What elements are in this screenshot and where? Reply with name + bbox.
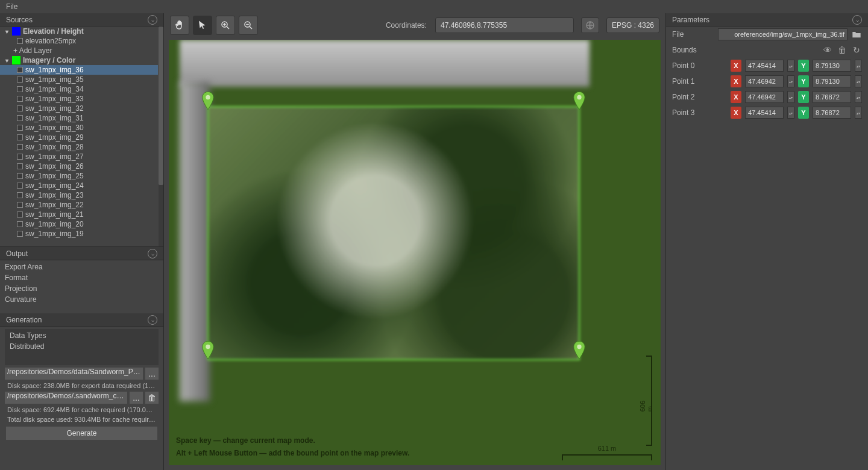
layer-group[interactable]: ▾Imagery / Color <box>0 55 158 65</box>
output-item[interactable]: Curvature <box>5 294 159 305</box>
spinner[interactable]: ▴▾ <box>787 60 794 72</box>
layer-item[interactable]: sw_1mpx_img_30 <box>0 123 158 133</box>
generation-item[interactable]: Distributed <box>10 341 154 352</box>
point-x-input[interactable] <box>745 107 784 119</box>
svg-point-6 <box>577 345 581 349</box>
epsg-button[interactable]: EPSG : 4326 <box>606 17 659 33</box>
layer-item[interactable]: sw_1mpx_img_35 <box>0 75 158 84</box>
layer-item[interactable]: sw_1mpx_img_21 <box>0 210 158 219</box>
layer-item[interactable]: sw_1mpx_img_34 <box>0 84 158 94</box>
export-disk-info: Disk space: 238.0MB for export data requ… <box>2 382 161 389</box>
layer-item[interactable]: sw_1mpx_img_25 <box>0 171 158 181</box>
bound-pin-1[interactable] <box>573 92 586 110</box>
coords-label: Coordinates: <box>386 21 427 30</box>
point-x-input[interactable] <box>745 60 784 72</box>
zoom-in-button[interactable] <box>216 16 235 35</box>
generate-button[interactable]: Generate <box>6 427 157 440</box>
layer-group[interactable]: ▾Elevation / Height <box>0 27 158 36</box>
layer-item[interactable]: sw_1mpx_img_20 <box>0 219 158 229</box>
center-panel: Coordinates: EPSG : 4326 Space key — cha… <box>164 13 665 470</box>
svg-point-5 <box>206 345 210 349</box>
params-title: Parameters <box>672 16 709 24</box>
eye-icon[interactable]: 👁 <box>822 45 833 55</box>
file-input[interactable] <box>718 28 848 40</box>
spinner[interactable]: ▴▾ <box>855 107 862 119</box>
export-browse-button[interactable]: ... <box>145 368 159 380</box>
point-y-input[interactable] <box>813 60 851 72</box>
layer-item[interactable]: sw_1mpx_img_29 <box>0 133 158 142</box>
trash-icon[interactable]: 🗑 <box>837 45 848 55</box>
globe-button[interactable] <box>581 17 599 33</box>
layer-item[interactable]: sw_1mpx_img_31 <box>0 113 158 123</box>
collapse-icon[interactable]: ⌵ <box>148 249 157 258</box>
menu-file[interactable]: File <box>6 2 17 11</box>
zoom-out-button[interactable] <box>239 16 258 35</box>
collapse-icon[interactable]: ⌵ <box>852 15 862 25</box>
output-item[interactable]: Projection <box>5 283 159 294</box>
y-badge: Y <box>798 75 809 87</box>
layer-item[interactable]: sw_1mpx_img_28 <box>0 142 158 152</box>
map-toolbar: Coordinates: EPSG : 4326 <box>164 13 665 37</box>
layer-item[interactable]: sw_1mpx_img_26 <box>0 161 158 171</box>
spinner[interactable]: ▴▾ <box>855 91 862 103</box>
scale-vertical: 606 m <box>644 356 652 446</box>
file-label: File <box>672 30 714 39</box>
x-badge: X <box>731 91 741 103</box>
export-path-input[interactable]: /repositories/Demos/data/Sandworm_Projec… <box>5 368 143 380</box>
cache-path-input[interactable]: /repositories/Demos/.sandworm_cache <box>5 392 127 404</box>
spinner[interactable]: ▴▾ <box>855 75 862 87</box>
output-item[interactable]: Export Area <box>5 262 159 272</box>
spinner[interactable]: ▴▾ <box>787 75 794 87</box>
layer-item[interactable]: sw_1mpx_img_36 <box>0 65 158 75</box>
folder-icon[interactable] <box>851 29 862 40</box>
collapse-icon[interactable]: ⌵ <box>148 15 157 25</box>
spinner[interactable]: ▴▾ <box>855 60 862 72</box>
svg-point-3 <box>206 95 210 99</box>
spinner[interactable]: ▴▾ <box>787 91 794 103</box>
point-label: Point 3 <box>672 108 714 117</box>
point-y-input[interactable] <box>813 107 851 119</box>
coords-input[interactable] <box>435 17 574 33</box>
layer-item[interactable]: sw_1mpx_img_24 <box>0 181 158 190</box>
point-y-input[interactable] <box>813 75 851 87</box>
layer-item[interactable]: sw_1mpx_img_22 <box>0 200 158 210</box>
point-label: Point 0 <box>672 61 714 70</box>
layer-item[interactable]: sw_1mpx_img_33 <box>0 94 158 104</box>
map-viewport[interactable]: Space key — change current map mode. Alt… <box>169 40 661 465</box>
cache-browse-button[interactable]: ... <box>130 392 143 404</box>
generation-item[interactable]: Data Types <box>10 330 154 341</box>
x-badge: X <box>731 75 741 87</box>
x-badge: X <box>731 107 741 119</box>
refresh-icon[interactable]: ↻ <box>851 45 862 55</box>
layer-item[interactable]: sw_1mpx_img_19 <box>0 229 158 239</box>
bound-pin-0[interactable] <box>201 92 215 110</box>
collapse-icon[interactable]: ⌵ <box>148 315 157 325</box>
right-panel: Parameters ⌵ File Bounds 👁 🗑 ↻ Point 0X▴… <box>665 13 868 470</box>
bound-pin-3[interactable] <box>201 341 215 359</box>
bound-pin-2[interactable] <box>573 341 586 359</box>
point-row: Point 2X▴▾Y▴▾ <box>666 89 868 105</box>
output-title: Output <box>6 249 28 258</box>
point-row: Point 0X▴▾Y▴▾ <box>666 58 868 74</box>
layer-item[interactable]: elevation25mpx <box>0 36 158 46</box>
aerial-image <box>209 107 579 359</box>
spinner[interactable]: ▴▾ <box>787 107 794 119</box>
point-x-input[interactable] <box>745 91 784 103</box>
layer-item[interactable]: sw_1mpx_img_32 <box>0 104 158 113</box>
point-x-input[interactable] <box>745 75 784 87</box>
scale-horizontal: 611 m <box>562 454 652 459</box>
y-badge: Y <box>798 91 809 103</box>
map-hint: Space key — change current map mode. Alt… <box>176 434 409 459</box>
layer-item[interactable]: sw_1mpx_img_23 <box>0 190 158 200</box>
x-badge: X <box>731 60 741 72</box>
cache-delete-button[interactable]: 🗑 <box>145 392 159 404</box>
output-item[interactable]: Format <box>5 272 159 283</box>
point-y-input[interactable] <box>813 91 851 103</box>
scrollbar[interactable] <box>159 27 163 246</box>
output-header: Output ⌵ <box>0 247 163 260</box>
select-tool-button[interactable] <box>193 16 212 35</box>
layer-item[interactable]: sw_1mpx_img_27 <box>0 152 158 161</box>
total-disk-info: Total disk space used: 930.4MB for cache… <box>2 416 161 423</box>
pan-tool-button[interactable] <box>170 16 189 35</box>
add-layer-button[interactable]: + Add Layer <box>0 46 158 55</box>
